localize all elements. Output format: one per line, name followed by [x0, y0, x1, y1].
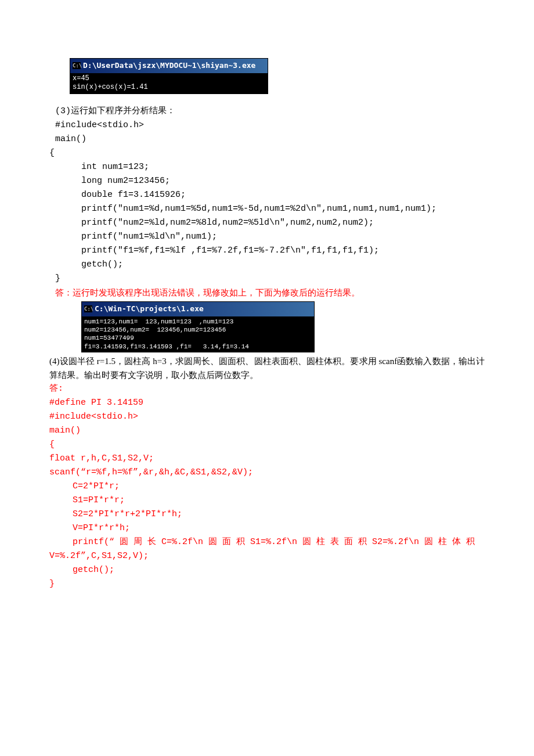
code-line: C=2*PI*r; [49, 480, 485, 494]
code-line: #include<stdio.h> [49, 118, 485, 132]
code-line: printf("num2=%ld,num2=%8ld,num2=%5ld\n",… [49, 216, 485, 230]
document-page: C:\ D:\UserData\jszx\MYDOCU~1\shiyan~3.e… [0, 0, 534, 756]
console-window-2: C:\ C:\Win-TC\projects\1.exe num1=123,nu… [81, 301, 315, 352]
code-line: printf("f1=%f,f1=%lf ,f1=%7.2f,f1=%-7.2f… [49, 244, 485, 258]
code-line: S2=2*PI*r*r+2*PI*r*h; [49, 507, 485, 521]
section3-answer: 答：运行时发现该程序出现语法错误，现修改如上，下面为修改后的运行结果。 [49, 286, 485, 300]
code-line: printf("num1=%ld\n",num1); [49, 230, 485, 244]
console-titlebar-2: C:\ C:\Win-TC\projects\1.exe [82, 302, 314, 316]
code-line: } [49, 272, 485, 286]
code-line: } [49, 577, 485, 591]
console-title-text-1: D:\UserData\jszx\MYDOCU~1\shiyan~3.exe [83, 60, 255, 72]
code-line: V=%.2f”,C,S1,S2,V); [49, 549, 485, 563]
code-line: printf("num1=%d,num1=%5d,num1=%-5d,num1=… [49, 202, 485, 216]
code-line: main() [49, 424, 485, 438]
cmd-icon: C:\ [84, 305, 92, 312]
code-line: double f1=3.1415926; [49, 188, 485, 202]
code-line: getch(); [49, 563, 485, 577]
console-titlebar-1: C:\ D:\UserData\jszx\MYDOCU~1\shiyan~3.e… [70, 59, 268, 73]
section4-title: (4)设圆半径 r=1.5，圆柱高 h=3，求圆周长、圆面积、圆柱表面积、圆柱体… [49, 354, 485, 382]
section4-answer-label: 答: [49, 382, 485, 396]
code-line: float r,h,C,S1,S2,V; [49, 452, 485, 466]
code-line: main() [49, 132, 485, 146]
code-line: getch(); [49, 258, 485, 272]
code-line: { [49, 438, 485, 452]
console-output-2: num1=123,num1= 123,num1=123 ,num1=123 nu… [82, 316, 314, 352]
code-line: int num1=123; [49, 160, 485, 174]
code-line: { [49, 146, 485, 160]
section3-title: (3)运行如下程序并分析结果： [49, 105, 485, 118]
code-line: #include<stdio.h> [49, 410, 485, 424]
code-line: V=PI*r*r*h; [49, 521, 485, 535]
console-window-1: C:\ D:\UserData\jszx\MYDOCU~1\shiyan~3.e… [70, 58, 268, 94]
code-line: printf(“ 圆 周 长 C=%.2f\n 圆 面 积 S1=%.2f\n … [49, 535, 485, 549]
code-line: S1=PI*r*r; [49, 494, 485, 507]
cmd-icon: C:\ [73, 62, 81, 69]
console-title-text-2: C:\Win-TC\projects\1.exe [95, 303, 204, 315]
code-line: #define PI 3.14159 [49, 396, 485, 410]
console-output-1: x=45 sin(x)+cos(x)=1.41 [70, 73, 268, 93]
code-line: long num2=123456; [49, 174, 485, 188]
code-line: scanf(“r=%f,h=%f”,&r,&h,&C,&S1,&S2,&V); [49, 466, 485, 480]
